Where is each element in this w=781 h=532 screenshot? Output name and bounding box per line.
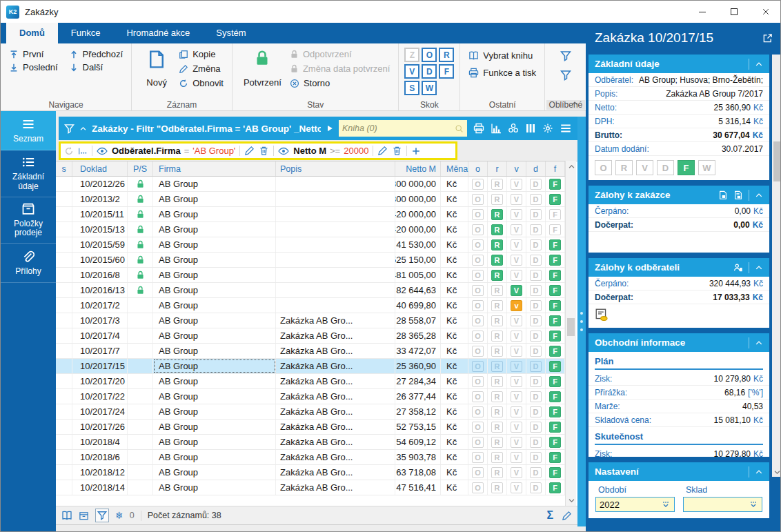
cell-flag[interactable]: V — [507, 480, 526, 495]
cell-flag[interactable]: F — [546, 298, 565, 313]
cell-popis[interactable]: Zakázka AB Gro... — [276, 344, 395, 358]
cell-flag[interactable]: D — [526, 207, 546, 221]
panel-scrollbar[interactable] — [772, 55, 781, 477]
cell-flag[interactable]: F — [546, 328, 565, 343]
cell-flag[interactable]: F — [546, 253, 565, 267]
person-icon[interactable] — [733, 263, 743, 273]
cell-flag[interactable]: V — [507, 420, 526, 434]
cell-mena[interactable]: Kč — [441, 268, 468, 282]
cell-netto[interactable]: 481 005,00 — [395, 268, 441, 282]
last-button[interactable]: Poslední — [6, 61, 61, 74]
table-row[interactable]: 10/2015/13AB Group420 000,00KčORVDF — [56, 222, 565, 237]
cell-flag[interactable]: R — [488, 222, 507, 237]
cell-ps[interactable] — [128, 480, 153, 495]
cell-s[interactable] — [56, 344, 72, 358]
sidebar-item-z-kladn-daje[interactable]: Základní údaje — [1, 150, 56, 197]
cell-flag[interactable]: V — [507, 192, 526, 206]
ribbon-collapse-button[interactable] — [571, 99, 579, 108]
cell-netto[interactable]: 300 000,00 — [395, 192, 441, 206]
cell-flag[interactable]: O — [468, 420, 488, 434]
section-header[interactable]: Obchodní informace — [589, 333, 769, 352]
chart-icon[interactable] — [491, 123, 502, 134]
cell-popis[interactable]: Zakázka AB Gro... — [276, 420, 395, 434]
cell-flag[interactable]: O — [468, 222, 488, 237]
cell-popis[interactable]: Zakázka AB Gro... — [276, 480, 395, 495]
cell-ps[interactable] — [128, 465, 153, 480]
cell-flag[interactable]: F — [546, 420, 565, 434]
cell-mena[interactable]: Kč — [441, 328, 468, 343]
cell-flag[interactable]: F — [546, 389, 565, 404]
cell-flag[interactable]: F — [546, 404, 565, 419]
table-row[interactable]: 10/2018/4AB GroupZakázka AB Gro...54 609… — [56, 435, 565, 450]
cell-flag[interactable]: V — [507, 374, 526, 388]
cell-popis[interactable]: Zakázka AB Gro... — [276, 328, 395, 343]
cell-doklad[interactable]: 10/2017/3 — [72, 313, 128, 328]
cell-flag[interactable]: O — [468, 192, 488, 206]
sidebar-item-p-lohy[interactable]: Přílohy — [1, 244, 56, 283]
column-header-ps[interactable]: P/S — [128, 161, 153, 176]
cell-popis[interactable] — [276, 237, 395, 252]
cell-netto[interactable]: 420 000,00 — [395, 222, 441, 237]
cell-mena[interactable]: Kč — [441, 253, 468, 267]
cell-flag[interactable]: O — [468, 374, 488, 388]
favorite-filter-icon[interactable] — [560, 50, 571, 61]
table-row[interactable]: 10/2017/22AB GroupZakázka AB Gro...26 37… — [56, 389, 565, 404]
table-row[interactable]: 10/2015/60AB Group525 150,00KčORVDF — [56, 253, 565, 268]
cell-flag[interactable]: D — [526, 328, 546, 343]
cell-flag[interactable]: O — [468, 237, 488, 252]
cell-flag[interactable]: V — [507, 328, 526, 343]
panel-status-flag-f[interactable]: F — [678, 160, 695, 175]
cell-firma[interactable]: AB Group — [153, 374, 276, 388]
chevron-up-icon[interactable] — [755, 264, 763, 272]
cell-ps[interactable] — [128, 207, 153, 221]
obdobi-dropdown[interactable]: 2022 — [595, 497, 675, 512]
cell-flag[interactable]: D — [526, 253, 546, 267]
cell-doklad[interactable]: 10/2018/4 — [72, 435, 128, 449]
plus-icon[interactable] — [411, 146, 421, 156]
favorite-filter-icon[interactable] — [560, 70, 571, 81]
cell-mena[interactable]: Kč — [441, 298, 468, 313]
cell-flag[interactable]: D — [526, 177, 546, 191]
skok-button-w[interactable]: W — [422, 81, 437, 95]
book-search-input[interactable] — [342, 124, 452, 133]
cell-flag[interactable]: V — [507, 283, 526, 297]
cell-flag[interactable]: O — [468, 177, 488, 191]
cell-netto[interactable]: 300 000,00 — [395, 177, 441, 191]
table-row[interactable]: 10/2018/12AB GroupZakázka AB Gro...63 71… — [56, 465, 565, 480]
cell-doklad[interactable]: 10/2016/8 — [72, 268, 128, 282]
cell-flag[interactable]: F — [546, 222, 565, 237]
column-header-firma[interactable]: Firma — [153, 161, 276, 176]
cell-s[interactable] — [56, 253, 72, 267]
cell-mena[interactable]: Kč — [441, 359, 468, 373]
panel-status-flag-w[interactable]: W — [698, 160, 715, 175]
cell-flag[interactable]: R — [488, 374, 507, 388]
panel-status-flag-r[interactable]: R — [615, 160, 633, 175]
cell-popis[interactable]: Zakázka AB Gro... — [276, 389, 395, 404]
cell-netto[interactable]: 41 530,00 — [395, 237, 441, 252]
cell-s[interactable] — [56, 268, 72, 282]
column-header-s[interactable]: s — [56, 161, 72, 176]
cell-s[interactable] — [56, 404, 72, 419]
cell-s[interactable] — [56, 359, 72, 373]
cell-firma[interactable]: AB Group — [153, 328, 276, 343]
confirm-button[interactable]: Potvrzení — [238, 48, 287, 90]
cell-popis[interactable]: Zakázka AB Gro... — [276, 450, 395, 464]
play-icon[interactable] — [326, 124, 334, 132]
cell-firma[interactable]: AB Group — [153, 237, 276, 252]
cell-flag[interactable]: V — [507, 313, 526, 328]
column-header-o[interactable]: o — [468, 161, 488, 176]
cell-netto[interactable]: 47 516,41 — [395, 480, 441, 495]
cell-flag[interactable]: V — [507, 268, 526, 282]
cell-flag[interactable]: O — [468, 283, 488, 297]
cell-flag[interactable]: R — [488, 450, 507, 464]
cell-firma[interactable]: AB Group — [153, 435, 276, 449]
cell-flag[interactable]: R — [488, 389, 507, 404]
cell-ps[interactable] — [128, 344, 153, 358]
cell-flag[interactable]: V — [507, 359, 526, 373]
cell-flag[interactable]: O — [468, 404, 488, 419]
panel-splitter[interactable] — [577, 117, 586, 526]
cell-flag[interactable]: F — [546, 237, 565, 252]
table-row[interactable]: 10/2012/26AB Group300 000,00KčORVDF — [56, 177, 565, 192]
cell-firma[interactable]: AB Group — [153, 480, 276, 495]
table-row[interactable]: 10/2015/59AB Group41 530,00KčORVDF — [56, 237, 565, 253]
